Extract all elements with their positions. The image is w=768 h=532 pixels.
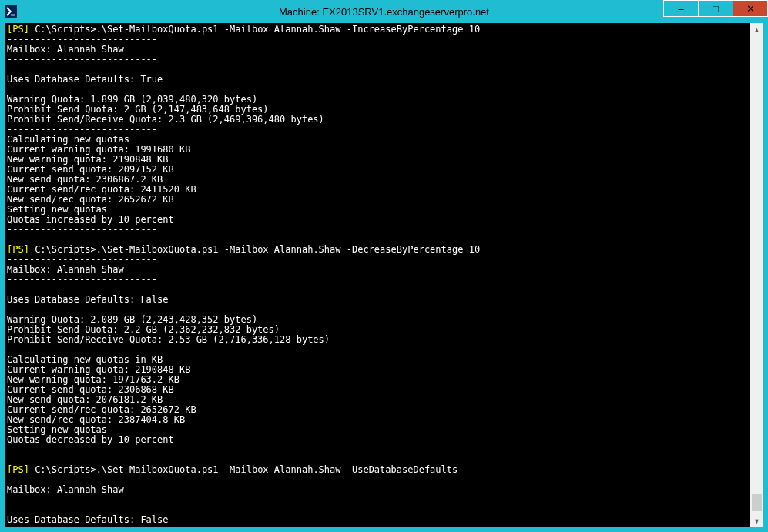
mailbox-label-2: Mailbox: Alannah Shaw [7, 264, 124, 275]
nsrq-1: New send/rec quota: 2652672 KB [7, 194, 174, 205]
separator: --------------------------- [7, 444, 157, 455]
mailbox-label-3: Mailbox: Alannah Shaw [7, 484, 124, 495]
window-controls: – □ ✕ [664, 0, 768, 17]
csq-1: Current send quota: 2097152 KB [7, 164, 174, 175]
mailbox-label-1: Mailbox: Alannah Shaw [7, 44, 124, 55]
chevron-up-icon: ▲ [753, 26, 760, 34]
separator: --------------------------- [7, 274, 157, 285]
cwq-1: Current warning quota: 1991680 KB [7, 144, 190, 155]
calc-header-2: Calculating new quotas in KB [7, 354, 163, 365]
csq-2: Current send quota: 2306868 KB [7, 384, 174, 395]
csrq-1: Current send/rec quota: 2411520 KB [7, 184, 196, 195]
nwq-2: New warning quota: 1971763.2 KB [7, 374, 179, 385]
prompt-prefix: [PS] [7, 24, 29, 35]
separator: --------------------------- [7, 124, 157, 135]
separator: --------------------------- [7, 254, 157, 265]
scroll-down-button[interactable]: ▼ [750, 514, 763, 527]
sendrec-quota-1: Prohibit Send/Receive Quota: 2.3 GB (2,4… [7, 114, 324, 125]
csrq-2: Current send/rec quota: 2652672 KB [7, 404, 196, 415]
separator: --------------------------- [7, 34, 157, 45]
result-1: Quotas increased by 10 percent [7, 214, 174, 225]
client-area: [PS] C:\Scripts>.\Set-MailboxQuota.ps1 -… [5, 23, 763, 527]
close-icon: ✕ [746, 3, 755, 15]
separator: --------------------------- [7, 224, 157, 235]
maximize-button[interactable]: □ [698, 0, 733, 17]
sendrec-quota-2: Prohibit Send/Receive Quota: 2.53 GB (2,… [7, 334, 330, 345]
window-title: Machine: EX2013SRV1.exchangeserverpro.ne… [279, 6, 489, 18]
warning-quota-1: Warning Quota: 1.899 GB (2,039,480,320 b… [7, 94, 257, 105]
command-2: .\Set-MailboxQuota.ps1 -Mailbox Alannah.… [96, 244, 481, 255]
uses-defaults-1: Uses Database Defaults: True [7, 74, 163, 85]
minimize-icon: – [678, 3, 683, 15]
warning-quota-2: Warning Quota: 2.089 GB (2,243,428,352 b… [7, 314, 257, 325]
prompt-prefix: [PS] [7, 464, 29, 475]
calc-header-1: Calculating new quotas [7, 134, 129, 145]
nsq-1: New send quota: 2306867.2 KB [7, 174, 163, 185]
prompt-path: C:\Scripts> [35, 244, 96, 255]
command-3: .\Set-MailboxQuota.ps1 -Mailbox Alannah.… [96, 464, 458, 475]
chevron-down-icon: ▼ [753, 517, 760, 525]
scroll-track[interactable] [750, 36, 763, 514]
separator: --------------------------- [7, 344, 157, 355]
prompt-path: C:\Scripts> [35, 24, 96, 35]
scrollbar[interactable]: ▲ ▼ [750, 23, 763, 527]
prompt-prefix: [PS] [7, 244, 29, 255]
separator: --------------------------- [7, 474, 157, 485]
scroll-up-button[interactable]: ▲ [750, 23, 763, 36]
close-button[interactable]: ✕ [733, 0, 768, 17]
separator: --------------------------- [7, 54, 157, 65]
scroll-thumb[interactable] [752, 494, 762, 511]
uses-defaults-3: Uses Database Defaults: False [7, 514, 169, 525]
nwq-1: New warning quota: 2190848 KB [7, 154, 169, 165]
nsq-2: New send quota: 2076181.2 KB [7, 394, 163, 405]
powershell-icon [5, 5, 17, 18]
nsrq-2: New send/rec quota: 2387404.8 KB [7, 414, 185, 425]
prompt-path: C:\Scripts> [35, 464, 96, 475]
setting-1: Setting new quotas [7, 204, 107, 215]
window-frame: Machine: EX2013SRV1.exchangeserverpro.ne… [0, 0, 768, 532]
maximize-icon: □ [713, 3, 719, 15]
result-2: Quotas decreased by 10 percent [7, 434, 174, 445]
send-quota-1: Prohibit Send Quota: 2 GB (2,147,483,648… [7, 104, 269, 115]
cwq-2: Current warning quota: 2190848 KB [7, 364, 190, 375]
terminal-output[interactable]: [PS] C:\Scripts>.\Set-MailboxQuota.ps1 -… [5, 23, 750, 527]
separator: --------------------------- [7, 494, 157, 505]
minimize-button[interactable]: – [663, 0, 699, 17]
setting-2: Setting new quotas [7, 424, 107, 435]
send-quota-2: Prohibit Send Quota: 2.2 GB (2,362,232,8… [7, 324, 280, 335]
command-1: .\Set-MailboxQuota.ps1 -Mailbox Alannah.… [96, 24, 481, 35]
titlebar[interactable]: Machine: EX2013SRV1.exchangeserverpro.ne… [0, 0, 768, 23]
uses-defaults-2: Uses Database Defaults: False [7, 294, 169, 305]
